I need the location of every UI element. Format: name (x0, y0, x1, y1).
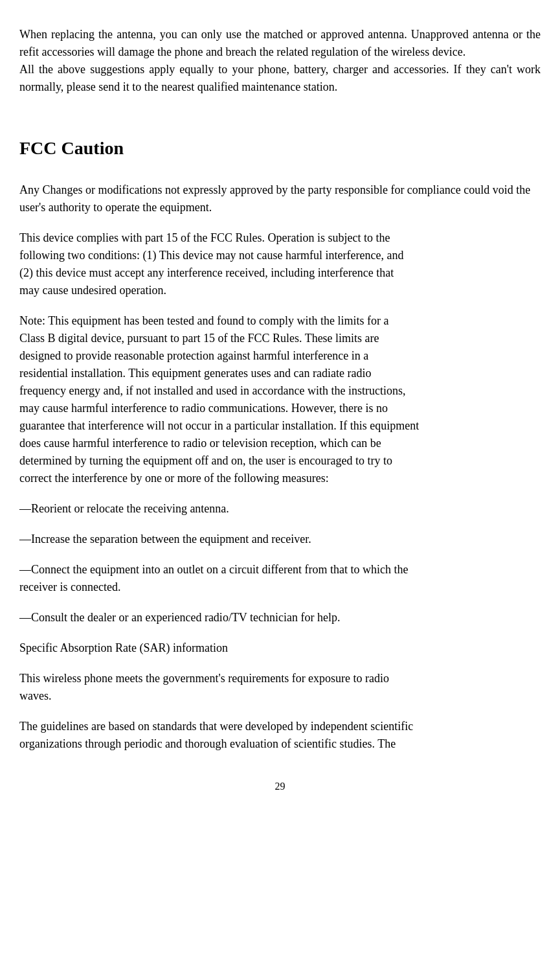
list-item-4: —Consult the dealer or an experienced ra… (19, 609, 541, 626)
note-line7: guarantee that interference will not occ… (19, 419, 419, 432)
intro-para2: All the above suggestions apply equally … (19, 61, 541, 96)
sar-para2: The guidelines are based on standards th… (19, 718, 541, 753)
note-line5: frequency energy and, if not installed a… (19, 384, 405, 397)
list-item-1: —Reorient or relocate the receiving ante… (19, 500, 541, 518)
fcc-para2-line1: This device complies with part 15 of the… (19, 231, 390, 244)
fcc-para2: This device complies with part 15 of the… (19, 229, 541, 299)
list-item-3-line2: receiver is connected. (19, 580, 120, 593)
fcc-para2-line2: following two conditions: (1) This devic… (19, 249, 404, 262)
fcc-section: FCC Caution Any Changes or modifications… (19, 135, 541, 753)
list-item-3: —Connect the equipment into an outlet on… (19, 561, 541, 596)
sar-para2-line2: organizations through periodic and thoro… (19, 737, 396, 750)
note-line2: Class B digital device, pursuant to part… (19, 332, 379, 345)
page-number: 29 (19, 779, 541, 794)
note-section: Note: This equipment has been tested and… (19, 312, 541, 626)
note-line9: determined by turning the equipment off … (19, 454, 392, 467)
note-line3: designed to provide reasonable protectio… (19, 349, 368, 362)
note-line10: correct the interference by one or more … (19, 472, 329, 485)
note-text: Note: This equipment has been tested and… (19, 312, 541, 487)
sar-para1: This wireless phone meets the government… (19, 670, 541, 705)
note-line6: may cause harmful interference to radio … (19, 402, 388, 415)
list-item-2: —Increase the separation between the equ… (19, 531, 541, 548)
note-line8: does cause harmful interference to radio… (19, 437, 381, 450)
sar-section: Specific Absorption Rate (SAR) informati… (19, 639, 541, 753)
intro-section: When replacing the antenna, you can only… (19, 26, 541, 96)
page-content: When replacing the antenna, you can only… (19, 26, 541, 794)
note-line4: residential installation. This equipment… (19, 367, 372, 380)
note-line1: Note: This equipment has been tested and… (19, 314, 389, 327)
sar-para2-line1: The guidelines are based on standards th… (19, 720, 413, 733)
intro-para1: When replacing the antenna, you can only… (19, 26, 541, 61)
fcc-para2-line3: (2) this device must accept any interfer… (19, 266, 394, 279)
sar-heading: Specific Absorption Rate (SAR) informati… (19, 639, 541, 657)
fcc-para1: Any Changes or modifications not express… (19, 181, 541, 216)
sar-para1-line2: waves. (19, 689, 51, 702)
sar-para1-line1: This wireless phone meets the government… (19, 672, 389, 685)
fcc-heading: FCC Caution (19, 135, 541, 162)
fcc-para2-line4: may cause undesired operation. (19, 284, 166, 297)
list-item-3-line1: —Connect the equipment into an outlet on… (19, 563, 409, 576)
